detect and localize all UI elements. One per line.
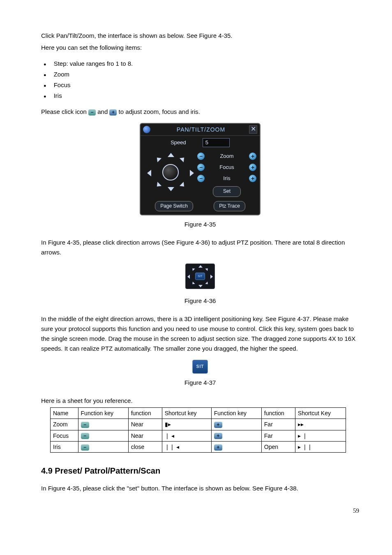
table-row: Focus − Near ❘ ◂ + Far ▸ ❘: [51, 430, 346, 441]
zoom-plus-button[interactable]: +: [249, 153, 256, 160]
page-switch-button[interactable]: Page Switch: [155, 201, 193, 211]
cell-shortcut: ▸ ❘❘: [295, 441, 346, 452]
cell-function: Near: [128, 430, 162, 441]
cell-function: Far: [261, 419, 295, 430]
cell-name: Iris: [51, 441, 78, 452]
bullet-text: Zoom: [54, 69, 69, 79]
cell-shortcut: ▸▸: [295, 419, 346, 430]
focus-minus-button[interactable]: −: [197, 164, 205, 171]
list-item: ●Step: value ranges fro 1 to 8.: [41, 59, 359, 69]
arrow-upleft-icon: [191, 267, 195, 271]
arrow-downright-icon: [205, 282, 209, 285]
close-icon[interactable]: ✕: [249, 125, 257, 134]
cell-name: Focus: [51, 430, 78, 441]
table-row: Iris − close ❘❘ ◂ + Open ▸ ❘❘: [51, 441, 346, 452]
cell-shortcut: ❘❘ ◂: [162, 441, 211, 452]
paragraph: In the middle of the eight direction arr…: [41, 314, 359, 354]
paragraph: Please click icon − and + to adjust zoom…: [41, 107, 359, 117]
arrow-up-icon[interactable]: [168, 153, 174, 157]
cell-shortcut: ▮▸: [162, 419, 211, 430]
th-shortcut-key: Shortcut Key: [295, 407, 346, 419]
text: Please click icon: [41, 108, 88, 115]
speed-label: Speed: [171, 139, 186, 147]
focus-label: Focus: [205, 163, 249, 172]
arrow-up-icon: [198, 265, 203, 268]
arrow-right-icon: [210, 275, 213, 279]
table-row: Zoom − Near ▮▸ + Far ▸▸: [51, 419, 346, 430]
arrow-downleft-icon[interactable]: [155, 182, 161, 188]
zoom-label: Zoom: [205, 152, 249, 161]
cell-shortcut: ❘ ◂: [162, 430, 211, 441]
cell-icon: −: [78, 419, 128, 430]
dpad-center-button[interactable]: [162, 164, 179, 180]
reference-table: Name Function key function Shortcut key …: [50, 407, 346, 453]
th-function-key: Function key: [78, 407, 128, 419]
arrow-upright-icon[interactable]: [180, 155, 186, 162]
figure-caption: Figure 4-35: [41, 220, 359, 229]
cell-icon: +: [211, 441, 261, 452]
plus-icon: +: [214, 433, 222, 439]
plus-icon: +: [214, 444, 222, 451]
direction-pad-thumbnail: SIT: [185, 264, 215, 289]
cell-icon: +: [211, 419, 261, 430]
figure-caption: Figure 4-37: [41, 378, 359, 388]
cell-icon: −: [78, 430, 128, 441]
paragraph: Here you can set the following items:: [41, 43, 359, 53]
sit-key-mini: SIT: [195, 273, 205, 280]
iris-minus-button[interactable]: −: [197, 175, 205, 182]
iris-plus-button[interactable]: +: [249, 175, 256, 182]
list-item: ●Iris: [41, 91, 359, 101]
section-heading: 4.9 Preset/ Patrol/Pattern/Scan: [41, 464, 359, 477]
arrow-upleft-icon[interactable]: [155, 155, 161, 162]
th-function: function: [261, 407, 295, 419]
plus-icon: +: [214, 422, 222, 428]
arrow-down-icon[interactable]: [168, 187, 174, 191]
bullet-text: Iris: [54, 91, 62, 101]
focus-plus-button[interactable]: +: [249, 164, 256, 171]
th-shortcut-key: Shortcut key: [162, 407, 211, 419]
arrow-downleft-icon: [191, 282, 195, 285]
th-function-key: Function key: [211, 407, 261, 419]
ptz-logo-icon: [143, 126, 150, 133]
ptz-panel: PAN/TILT/ZOOM ✕ Speed 5 − Zoom: [140, 123, 261, 215]
th-function: function: [128, 407, 162, 419]
arrow-left-icon[interactable]: [147, 170, 151, 176]
cell-function: Open: [261, 441, 295, 452]
cell-function: Near: [128, 419, 162, 430]
bullet-icon: ●: [44, 82, 46, 90]
bullet-icon: ●: [44, 93, 46, 100]
paragraph: In Figure 4-35, please click the "set" b…: [41, 483, 359, 493]
zoom-minus-button[interactable]: −: [197, 153, 205, 160]
list-item: ●Zoom: [41, 69, 359, 79]
set-button[interactable]: Set: [213, 186, 241, 197]
text: and: [97, 108, 109, 115]
arrow-downright-icon[interactable]: [180, 182, 186, 188]
minus-icon: −: [81, 444, 89, 451]
cell-shortcut: ▸ ❘: [295, 430, 346, 441]
th-name: Name: [51, 407, 78, 419]
minus-icon: −: [88, 109, 96, 115]
paragraph: In Figure 4-35, please click direction a…: [41, 238, 359, 257]
text: to adjust zoom, focus and iris.: [119, 108, 200, 115]
bullet-text: Step: value ranges fro 1 to 8.: [54, 59, 133, 69]
iris-label: Iris: [205, 174, 249, 183]
arrow-right-icon[interactable]: [190, 170, 194, 176]
bullet-icon: ●: [44, 61, 46, 68]
minus-icon: −: [81, 422, 89, 428]
arrow-down-icon: [198, 285, 203, 287]
speed-input[interactable]: 5: [203, 138, 230, 147]
cell-function: close: [128, 441, 162, 452]
cell-name: Zoom: [51, 419, 78, 430]
plus-icon: +: [109, 109, 117, 115]
cell-icon: +: [211, 430, 261, 441]
bullet-list: ●Step: value ranges fro 1 to 8. ●Zoom ●F…: [41, 59, 359, 101]
table-header-row: Name Function key function Shortcut key …: [51, 407, 346, 419]
arrow-left-icon: [187, 275, 190, 279]
cell-icon: −: [78, 441, 128, 452]
arrow-upright-icon: [205, 267, 209, 271]
sit-key: SIT: [192, 360, 208, 374]
ptz-trace-button[interactable]: Ptz Trace: [214, 201, 245, 211]
bullet-icon: ●: [44, 72, 46, 79]
paragraph: Click Pan/Tilt/Zoom, the interface is sh…: [41, 31, 359, 41]
list-item: ●Focus: [41, 80, 359, 90]
